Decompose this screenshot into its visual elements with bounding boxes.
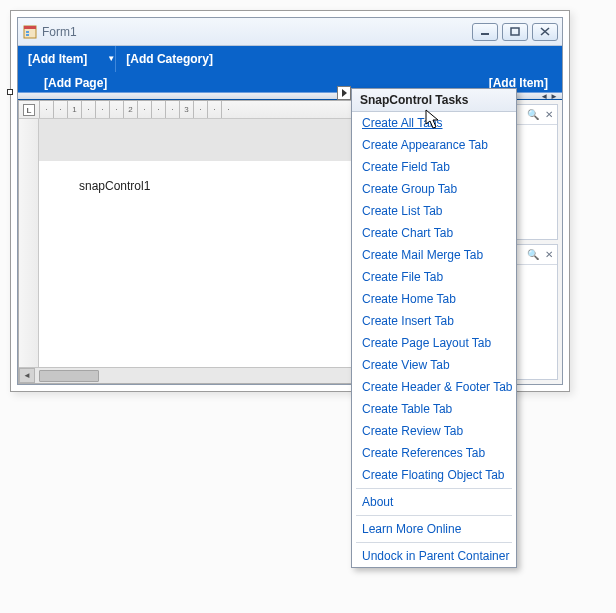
- resize-handle[interactable]: [7, 89, 13, 95]
- svg-rect-2: [26, 31, 29, 33]
- smart-tasks-popup: SnapControl Tasks Create All Tabs Create…: [351, 88, 517, 568]
- scroll-thumb[interactable]: [39, 370, 99, 382]
- scroll-left-button[interactable]: ◄: [19, 368, 35, 383]
- svg-rect-5: [511, 28, 519, 35]
- ribbon-add-item[interactable]: [Add Item]: [18, 48, 97, 70]
- smart-tag-glyph[interactable]: [337, 86, 351, 100]
- search-icon[interactable]: 🔍: [527, 249, 539, 260]
- task-item[interactable]: Create All Tabs: [352, 112, 516, 134]
- task-item[interactable]: Undock in Parent Container: [352, 545, 516, 567]
- ribbon-add-category[interactable]: [Add Category]: [116, 48, 223, 70]
- tasks-header: SnapControl Tasks: [352, 89, 516, 112]
- close-button[interactable]: [532, 23, 558, 41]
- task-item[interactable]: Create Header & Footer Tab: [352, 376, 516, 398]
- task-item[interactable]: Create List Tab: [352, 200, 516, 222]
- control-name-text: snapControl1: [79, 179, 150, 193]
- svg-rect-1: [24, 26, 36, 29]
- window-title: Form1: [42, 25, 468, 39]
- task-item[interactable]: Create Home Tab: [352, 288, 516, 310]
- dropdown-icon[interactable]: ▼: [97, 54, 115, 63]
- task-item[interactable]: Create Appearance Tab: [352, 134, 516, 156]
- task-item[interactable]: Create View Tab: [352, 354, 516, 376]
- task-item[interactable]: Create Insert Tab: [352, 310, 516, 332]
- task-item[interactable]: Create Table Tab: [352, 398, 516, 420]
- task-item[interactable]: Create Group Tab: [352, 178, 516, 200]
- task-item[interactable]: Create Mail Merge Tab: [352, 244, 516, 266]
- task-item[interactable]: Create Field Tab: [352, 156, 516, 178]
- panel-close-icon[interactable]: ✕: [545, 109, 553, 120]
- task-item[interactable]: Create Review Tab: [352, 420, 516, 442]
- task-item[interactable]: Learn More Online: [352, 518, 516, 540]
- task-item[interactable]: About: [352, 491, 516, 513]
- task-item[interactable]: Create References Tab: [352, 442, 516, 464]
- minimize-button[interactable]: [472, 23, 498, 41]
- vertical-ruler[interactable]: [19, 119, 39, 367]
- task-item[interactable]: Create Page Layout Tab: [352, 332, 516, 354]
- search-icon[interactable]: 🔍: [527, 109, 539, 120]
- task-item[interactable]: Create File Tab: [352, 266, 516, 288]
- svg-rect-3: [26, 34, 29, 36]
- maximize-button[interactable]: [502, 23, 528, 41]
- titlebar: Form1: [18, 18, 562, 46]
- task-item[interactable]: Create Floating Object Tab: [352, 464, 516, 486]
- task-item[interactable]: Create Chart Tab: [352, 222, 516, 244]
- tab-stop-selector[interactable]: L: [23, 104, 35, 116]
- panel-close-icon[interactable]: ✕: [545, 249, 553, 260]
- form-icon: [22, 24, 38, 40]
